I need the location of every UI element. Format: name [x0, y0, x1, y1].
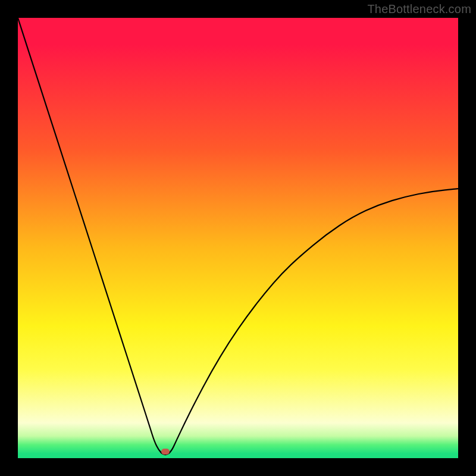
plot-area: [18, 18, 458, 458]
curve-canvas: [18, 18, 458, 458]
chart-stage: TheBottleneck.com: [0, 0, 476, 476]
optimal-marker: [161, 449, 170, 455]
watermark-text: TheBottleneck.com: [367, 2, 471, 16]
bottleneck-curve: [18, 18, 458, 455]
